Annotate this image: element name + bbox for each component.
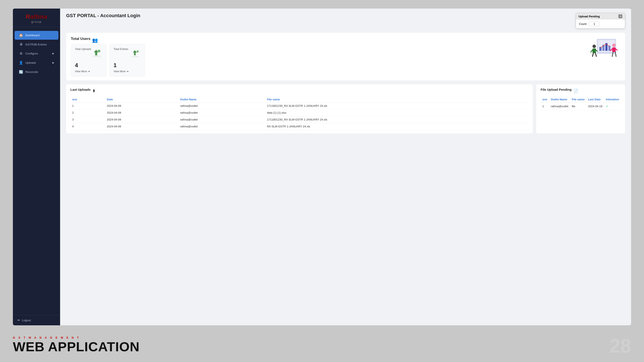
cell-date: 2024-04-09 bbox=[105, 102, 178, 109]
cell-outlet: rathna@outlet bbox=[178, 116, 265, 123]
col-file: File name bbox=[570, 96, 586, 102]
svg-line-20 bbox=[591, 50, 592, 52]
nav-menu: 🏠 Dashboard 🖥 GSTR3B Entries ⚙ Configure… bbox=[13, 27, 60, 315]
svg-point-0 bbox=[92, 55, 101, 57]
svg-rect-25 bbox=[612, 47, 616, 52]
col-outlet: Outlet Name bbox=[178, 96, 265, 102]
uploads-illustration bbox=[91, 48, 102, 61]
cell-outlet: rathna@outlet bbox=[178, 109, 265, 116]
svg-marker-8 bbox=[133, 50, 137, 52]
table-row: 1 rathna@outlet file 2024-04-19 ✓ bbox=[540, 102, 621, 110]
last-uploads-title: Last Uploads bbox=[70, 88, 90, 91]
popup-title: Upload Pending bbox=[578, 15, 600, 18]
sidebar-item-label: GSTR3B Entries bbox=[25, 43, 47, 46]
cell-outlet: rathna@outlet bbox=[178, 102, 265, 109]
entries-label: Total Entries bbox=[114, 48, 128, 51]
logo-group: group bbox=[17, 20, 56, 23]
table-header: sno Date Outlet Name File name bbox=[70, 96, 528, 102]
header: GST PORTAL - Accountant Login Upload Pen… bbox=[66, 13, 625, 28]
cell-outlet: rathna@outlet bbox=[178, 123, 265, 130]
last-uploads-title-row: Last Uploads ⬆ bbox=[70, 88, 528, 94]
logo-rathna: Rathna bbox=[17, 14, 56, 20]
sidebar-item-label: Dashboard bbox=[25, 34, 40, 37]
col-file: File name bbox=[265, 96, 529, 102]
brand-main-title: WEB APPLICATION bbox=[13, 340, 631, 354]
main-content: GST PORTAL - Accountant Login Upload Pen… bbox=[60, 8, 631, 325]
cell-date: 2024-04-09 bbox=[105, 116, 178, 123]
cell-outlet: rathna@outlet bbox=[549, 102, 570, 110]
cell-file: file bbox=[570, 102, 586, 110]
sidebar-item-gstr3b[interactable]: 🖥 GSTR3B Entries bbox=[14, 40, 58, 49]
cell-date: 2024-04-09 bbox=[105, 123, 178, 130]
sidebar-item-configure[interactable]: ⚙ Configure ▶ bbox=[14, 49, 58, 58]
upload-icon: 👤 bbox=[19, 61, 23, 65]
cell-file: RA SLM-GSTR 1-JANUARY 24.xls bbox=[265, 123, 529, 130]
count-label: Count: bbox=[579, 22, 587, 25]
cell-sno: 4 bbox=[70, 123, 105, 130]
cell-file: 1711801230_RA SLM-GSTR 1-JANUARY 24.xls bbox=[265, 102, 529, 109]
file-pending-table: sno Outlet Name File name Last Date Inti… bbox=[540, 96, 621, 110]
file-pending-title: File Upload Pending bbox=[540, 88, 572, 91]
logout-button[interactable]: ⮕ Logout bbox=[17, 319, 56, 322]
bottom-row: Last Uploads ⬆ sno Date Outlet Name File… bbox=[66, 84, 625, 133]
table-body: 1 2024-04-09 rathna@outlet 1711801230_RA… bbox=[70, 102, 528, 130]
uploads-stat-card: Total Uploads bbox=[71, 44, 106, 76]
page-title: GST PORTAL - Accountant Login bbox=[66, 13, 140, 18]
logout-icon: ⮕ bbox=[17, 319, 20, 322]
sidebar: Rathna group 🏠 Dashboard 🖥 GSTR3B Entrie… bbox=[13, 8, 60, 325]
sidebar-item-reconcile[interactable]: 🔄 Reconcile bbox=[14, 67, 58, 76]
entries-illustration bbox=[130, 48, 141, 61]
col-sno: sno bbox=[70, 96, 105, 102]
card-header: Total Entries bbox=[114, 48, 141, 61]
table-body: 1 rathna@outlet file 2024-04-19 ✓ bbox=[540, 102, 621, 110]
section-title-row: Total Users 👥 bbox=[71, 37, 582, 44]
sidebar-item-label: Reconcile bbox=[25, 70, 38, 73]
home-icon: 🏠 bbox=[19, 33, 23, 37]
col-last-date: Last Date bbox=[586, 96, 604, 102]
cell-sno: 2 bbox=[70, 109, 105, 116]
sidebar-footer: ⮕ Logout bbox=[13, 315, 60, 325]
cell-sno: 1 bbox=[70, 102, 105, 109]
last-uploads-table: sno Date Outlet Name File name 1 2024-04… bbox=[70, 96, 528, 130]
cell-sno: 3 bbox=[70, 116, 105, 123]
uploads-view-more[interactable]: View More ➜ bbox=[75, 70, 102, 73]
upload-cloud-icon: ⬆ bbox=[92, 89, 96, 93]
sidebar-item-dashboard[interactable]: 🏠 Dashboard bbox=[14, 31, 58, 40]
stats-cards-row: Total Uploads bbox=[71, 44, 582, 76]
entries-count: 1 bbox=[114, 62, 141, 69]
cell-last-date: 2024-04-19 bbox=[586, 102, 604, 110]
total-users-section: Total Users 👥 Total Uploads bbox=[66, 33, 625, 80]
total-users-title: Total Users bbox=[71, 37, 90, 41]
popup-close-button[interactable]: ✕ bbox=[618, 14, 622, 18]
svg-rect-19 bbox=[592, 48, 596, 53]
users-content: Total Users 👥 Total Uploads bbox=[71, 37, 582, 76]
svg-line-22 bbox=[592, 53, 593, 56]
table-row: 3 2024-04-09 rathna@outlet 1711801230_RA… bbox=[70, 116, 528, 123]
upload-pending-popup: Upload Pending ✕ Count: bbox=[576, 13, 625, 28]
col-outlet: Outlet Name bbox=[549, 96, 570, 102]
popup-header: Upload Pending ✕ bbox=[576, 13, 625, 19]
count-input[interactable] bbox=[589, 22, 600, 26]
file-pending-title-row: File Upload Pending 📄 bbox=[540, 88, 621, 94]
last-uploads-section: Last Uploads ⬆ sno Date Outlet Name File… bbox=[66, 84, 533, 133]
svg-point-18 bbox=[592, 45, 596, 48]
cell-file: 1711801230_RA SLM-GSTR 1-JANUARY 24.xls bbox=[265, 116, 529, 123]
sidebar-item-label: Configure bbox=[25, 52, 38, 55]
cell-intimation: ✓ bbox=[604, 102, 621, 110]
logout-label: Logout bbox=[22, 319, 31, 322]
bottom-branding: G S T M A N A G E M E N T WEB APPLICATIO… bbox=[0, 330, 644, 362]
check-icon: ✓ bbox=[606, 104, 608, 108]
svg-point-6 bbox=[132, 56, 139, 57]
reconcile-icon: 🔄 bbox=[19, 70, 23, 74]
users-icon: 👥 bbox=[92, 37, 98, 43]
entries-view-more[interactable]: View More ➜ bbox=[114, 70, 141, 73]
table-row: 4 2024-04-09 rathna@outlet RA SLM-GSTR 1… bbox=[70, 123, 528, 130]
arrow-icon: ➜ bbox=[126, 70, 128, 73]
cell-date: 2024-04-09 bbox=[105, 109, 178, 116]
table-row: 2 2024-04-09 rathna@outlet data (1) (1).… bbox=[70, 109, 528, 116]
popup-body: Count: bbox=[576, 19, 625, 28]
cell-sno: 1 bbox=[540, 102, 549, 110]
file-pending-icon: 📄 bbox=[573, 89, 578, 93]
sidebar-item-uploads[interactable]: 👤 Uploads ▶ bbox=[14, 58, 58, 67]
uploads-label: Total Uploads bbox=[75, 48, 91, 51]
